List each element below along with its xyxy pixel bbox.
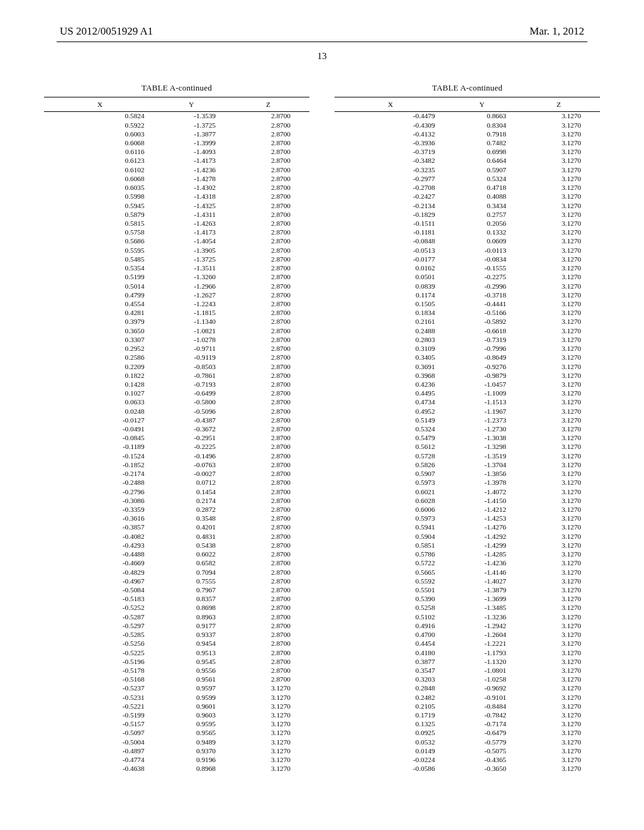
table-cell: -1.4173	[156, 228, 227, 237]
table-row: 0.2803-0.73193.1270	[335, 335, 600, 344]
table-row: 0.5922-1.37252.8700	[44, 121, 309, 130]
table-cell: 2.8700	[227, 309, 309, 318]
table-cell: 0.9597	[156, 684, 227, 693]
table-header-row: X Y Z	[44, 97, 309, 112]
table-cell: 3.1270	[518, 371, 600, 380]
table-row: 0.5728-1.35193.1270	[335, 451, 600, 460]
table-cell: -1.1009	[447, 389, 518, 398]
table-cell: 3.1270	[518, 184, 600, 192]
table-row: -0.08480.06093.1270	[335, 237, 600, 246]
table-row: -0.0845-0.29512.8700	[44, 434, 309, 443]
table-row: 0.2586-0.91192.8700	[44, 353, 309, 362]
table-row: 0.5354-1.35112.8700	[44, 264, 309, 273]
table-cell: 2.8700	[227, 416, 309, 424]
table-cell: 3.1270	[518, 425, 600, 434]
table-cell: 3.1270	[518, 496, 600, 505]
table-cell: 0.1719	[335, 711, 447, 720]
table-row: -0.42930.54382.8700	[44, 541, 309, 550]
table-cell: -0.2427	[335, 192, 447, 201]
table-cell: 0.9513	[156, 648, 227, 657]
table-cell: 0.8968	[156, 765, 227, 773]
table-row: 0.0501-0.22753.1270	[335, 273, 600, 282]
table-cell: 2.8700	[227, 389, 309, 398]
table-cell: 2.8700	[227, 523, 309, 532]
table-cell: -0.4774	[44, 756, 156, 765]
table-cell: 0.6006	[335, 506, 447, 514]
table-row: -0.18290.27573.1270	[335, 210, 600, 219]
table-cell: -1.4150	[447, 496, 518, 505]
table-cell: -1.3999	[156, 139, 227, 148]
table-cell: 0.5258	[335, 604, 447, 612]
table-cell: -0.0224	[335, 756, 447, 765]
table-row: 0.0925-0.64793.1270	[335, 729, 600, 738]
table-row: 0.0839-0.29963.1270	[335, 282, 600, 290]
table-cell: -0.5166	[447, 309, 518, 318]
table-row: -0.52870.89632.8700	[44, 612, 309, 621]
table-row: 0.6003-1.38772.8700	[44, 130, 309, 138]
table-row: -0.0513-0.01133.1270	[335, 246, 600, 255]
table-row: -0.51570.95953.1270	[44, 720, 309, 729]
table-cell: 2.8700	[227, 335, 309, 344]
table-cell: 0.1027	[44, 389, 156, 398]
table-cell: 3.1270	[518, 353, 600, 362]
table-cell: 0.2757	[447, 210, 518, 219]
table-cell: -0.5237	[44, 684, 156, 693]
table-cell: 0.2586	[44, 353, 156, 362]
table-cell: 0.1834	[335, 309, 447, 318]
table-row: -0.38570.42012.8700	[44, 523, 309, 532]
table-cell: 3.1270	[518, 765, 600, 773]
table-cell: -0.3235	[335, 165, 447, 174]
table-cell: -0.5196	[44, 657, 156, 666]
table-cell: 2.8700	[227, 112, 309, 121]
content-columns: TABLE A-continued X Y Z 0.5824-1.35392.8…	[38, 83, 606, 773]
table-cell: -1.3879	[447, 586, 518, 595]
table-cell: -1.3511	[156, 264, 227, 273]
table-cell: 0.5592	[335, 577, 447, 585]
table-cell: 0.5324	[335, 425, 447, 434]
table-row: -0.0224-0.43653.1270	[335, 756, 600, 765]
table-cell: 3.1270	[518, 568, 600, 577]
table-cell: 3.1270	[518, 121, 600, 130]
table-cell: 0.6998	[447, 148, 518, 157]
table-cell: 3.1270	[227, 711, 309, 720]
table-cell: -1.4278	[156, 175, 227, 184]
table-cell: -0.0113	[447, 246, 518, 255]
table-cell: 0.9489	[156, 738, 227, 746]
table-cell: 2.8700	[227, 612, 309, 621]
table-cell: -1.2942	[447, 621, 518, 630]
table-cell: 0.4734	[335, 398, 447, 407]
table-cell: -1.2627	[156, 290, 227, 299]
table-cell: 0.8698	[156, 604, 227, 612]
table-cell: 0.9601	[156, 702, 227, 711]
table-cell: -0.6499	[156, 389, 227, 398]
table-row: -0.41320.79183.1270	[335, 130, 600, 138]
table-cell: 3.1270	[518, 434, 600, 443]
table-cell: 3.1270	[518, 621, 600, 630]
table-cell: 2.8700	[227, 157, 309, 165]
table-cell: 2.8700	[227, 353, 309, 362]
table-cell: 0.4916	[335, 621, 447, 630]
table-cell: 2.8700	[227, 559, 309, 568]
table-cell: 0.5479	[335, 434, 447, 443]
table-cell: 3.1270	[518, 139, 600, 148]
table-cell: 0.4236	[335, 380, 447, 389]
table-row: 0.5815-1.42632.8700	[44, 219, 309, 228]
table-cell: 0.0712	[156, 479, 227, 487]
page-number: 13	[38, 51, 606, 62]
table-row: 0.3203-1.02583.1270	[335, 675, 600, 684]
table-cell: 2.8700	[227, 675, 309, 684]
table-cell: -0.1829	[335, 210, 447, 219]
table-cell: 0.5758	[44, 228, 156, 237]
table-cell: 3.1270	[518, 470, 600, 479]
table-cell: -0.3857	[44, 523, 156, 532]
table-cell: -1.3298	[447, 443, 518, 451]
table-cell: 0.6582	[156, 559, 227, 568]
table-cell: 0.5904	[335, 532, 447, 541]
table-cell: 3.1270	[518, 461, 600, 470]
table-row: -0.0127-0.43872.8700	[44, 416, 309, 424]
table-cell: -0.7842	[447, 711, 518, 720]
table-row: 0.5879-1.43112.8700	[44, 210, 309, 219]
table-cell: 3.1270	[518, 219, 600, 228]
table-cell: 0.1505	[335, 300, 447, 309]
table-cell: 3.1270	[518, 612, 600, 621]
